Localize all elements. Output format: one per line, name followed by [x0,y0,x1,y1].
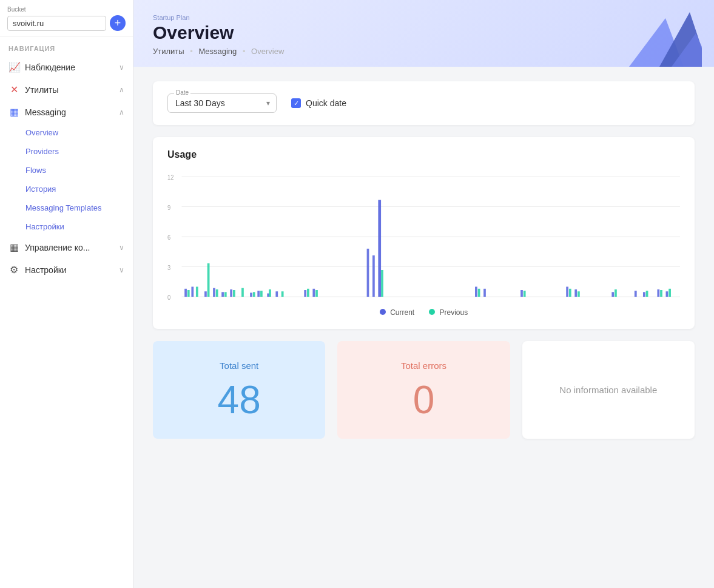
chevron-up-icon: ∧ [119,86,124,94]
svg-rect-53 [524,291,526,297]
utility-icon: ✕ [8,84,19,95]
svg-rect-59 [669,289,671,297]
svg-rect-18 [230,289,232,297]
svg-rect-51 [381,270,383,297]
sidebar-item-msettings[interactable]: Настройки [0,217,133,236]
svg-rect-58 [660,290,662,297]
previous-dot [429,309,435,315]
svg-rect-48 [281,291,284,297]
svg-rect-56 [615,289,617,297]
sidebar-item-utility-label: Утилиты [25,85,59,95]
filter-card: Date Last 30 Days ▾ Quick date [153,81,695,125]
sidebar-item-management[interactable]: ▦ Управление ко... ∨ [0,236,133,259]
sidebar-item-messaging[interactable]: ▦ Messaging ∧ [0,101,133,123]
svg-rect-19 [250,292,252,297]
date-select-wrap[interactable]: Date Last 30 Days ▾ [167,93,277,113]
no-info-card: No information available [522,341,695,439]
current-dot [380,309,386,315]
nav-section-label: НАВИГАЦИЯ [0,36,133,56]
svg-rect-24 [312,289,315,297]
bucket-add-button[interactable]: + [110,15,126,31]
stat-sent-label: Total sent [167,360,311,371]
quick-date-wrap: Quick date [291,98,346,108]
svg-rect-13 [184,289,187,297]
svg-rect-42 [224,292,227,297]
svg-rect-23 [304,290,306,297]
svg-rect-47 [269,289,271,297]
stats-row: Total sent 48 Total errors 0 No informat… [153,341,695,439]
svg-rect-32 [574,289,577,297]
svg-rect-34 [635,291,637,297]
settings-icon: ⚙ [8,264,19,275]
svg-rect-49 [307,289,309,297]
svg-text:12: 12 [167,174,174,181]
sidebar-item-settings[interactable]: ⚙ Настройки ∨ [0,259,133,281]
stat-card-errors: Total errors 0 [337,341,510,439]
stat-card-sent: Total sent 48 [153,341,325,439]
date-value: Last 30 Days [175,98,225,108]
stat-errors-label: Total errors [352,360,495,371]
bucket-select[interactable]: svoivit.ru [7,16,106,31]
chart-svg: 0 3 6 9 12 [167,170,680,303]
sidebar-item-flows[interactable]: Flows [0,161,133,180]
content-area: Date Last 30 Days ▾ Quick date Usage 0 3… [133,67,714,588]
svg-text:3: 3 [167,264,171,271]
svg-rect-52 [478,289,480,297]
bucket-section: Bucket svoivit.ru + [0,0,133,36]
svg-rect-16 [213,288,215,297]
svg-rect-46 [260,291,263,297]
date-label: Date [174,89,190,96]
breadcrumb-utilities[interactable]: Утилиты [153,47,184,56]
sidebar-item-templates[interactable]: Messaging Templates [0,198,133,217]
svg-rect-15 [204,291,207,297]
date-chevron-icon: ▾ [266,99,270,107]
quick-date-checkbox[interactable] [291,98,301,108]
sidebar-item-history[interactable]: История [0,180,133,198]
breadcrumb-messaging[interactable]: Messaging [198,47,237,56]
chart-card: Usage 0 3 6 9 12 [153,137,695,329]
svg-rect-29 [483,289,486,297]
breadcrumb-sep-2: • [243,47,248,56]
legend-current: Current [380,308,414,317]
no-info-text: No information available [559,385,657,395]
svg-rect-27 [372,255,375,297]
svg-text:0: 0 [167,294,171,302]
chevron-down-icon-3: ∨ [119,266,124,274]
main-content: Startup Plan Overview Утилиты • Messagin… [133,0,714,588]
svg-rect-37 [666,291,669,297]
svg-rect-39 [196,287,198,297]
svg-rect-54 [569,289,571,297]
quick-date-label: Quick date [306,98,346,108]
header-banner: Startup Plan Overview Утилиты • Messagin… [133,0,714,67]
svg-rect-14 [191,287,194,297]
messaging-icon: ▦ [8,106,19,118]
breadcrumb-sep-1: • [190,47,195,56]
sidebar-item-messaging-label: Messaging [25,107,66,117]
chart-title: Usage [167,149,680,160]
bucket-label: Bucket [7,6,126,13]
svg-rect-40 [207,263,210,297]
chevron-down-icon-2: ∨ [119,243,124,252]
legend-previous: Previous [429,308,468,317]
svg-rect-44 [241,288,244,297]
svg-rect-55 [578,291,580,297]
sidebar-item-overview[interactable]: Overview [0,123,133,142]
chevron-down-icon: ∨ [119,63,124,72]
svg-text:6: 6 [167,234,171,242]
svg-rect-26 [367,249,369,297]
stat-sent-value: 48 [167,380,311,419]
svg-rect-43 [233,290,235,297]
sidebar-item-utility[interactable]: ✕ Утилиты ∧ [0,78,133,101]
svg-rect-22 [275,291,278,297]
svg-rect-57 [646,291,648,297]
chevron-up-icon-2: ∧ [119,108,124,117]
stat-errors-value: 0 [352,380,495,419]
management-icon: ▦ [8,242,19,253]
sidebar-item-providers[interactable]: Providers [0,142,133,161]
svg-rect-36 [657,289,659,297]
svg-rect-38 [187,290,190,297]
svg-rect-17 [221,292,224,297]
svg-rect-25 [378,200,381,297]
sidebar-item-nablyudenie[interactable]: 📈 Наблюдение ∨ [0,56,133,78]
sidebar-item-management-label: Управление ко... [25,243,90,252]
